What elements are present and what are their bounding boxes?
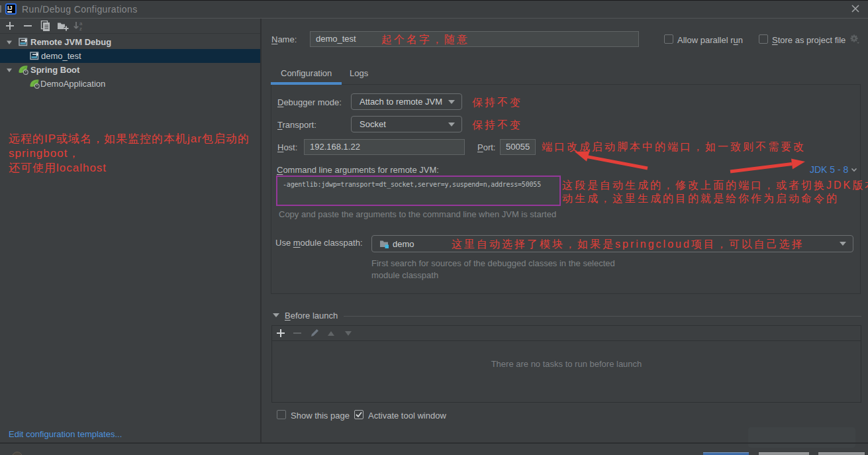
apply-button[interactable]	[818, 452, 865, 455]
jdk-annotation-arrow	[725, 156, 808, 176]
jdk-version-dropdown[interactable]: JDK 5 - 8	[810, 164, 857, 175]
tree-item-demo-application[interactable]: DemoApplication	[0, 77, 260, 91]
new-folder-icon[interactable]	[57, 21, 68, 31]
faded-tooltip-remnant	[748, 427, 855, 448]
transport-annotation-text: 保持不变	[472, 119, 522, 132]
screen-edge-fragment	[0, 5, 1, 13]
dropdown-arrow-icon	[840, 242, 846, 246]
dropdown-arrow-icon	[448, 123, 455, 126]
allow-parallel-run-checkbox[interactable]	[664, 34, 673, 44]
cmdline-annotation-text-line1: 这段是自动生成的，修改上面的端口，或者切换JDK版本这里都会自	[562, 179, 868, 193]
configurations-sidebar: a z Remote JVM Debug	[0, 19, 260, 444]
module-annotation-text: 这里自动选择了模块，如果是springcloud项目，可以自己选择	[452, 238, 804, 252]
dropdown-arrow-icon	[448, 100, 455, 104]
move-down-icon	[344, 330, 352, 336]
tree-item-label: DemoApplication	[40, 77, 105, 91]
module-icon	[379, 239, 390, 250]
sidebar-toolbar: a z	[0, 19, 260, 33]
tree-item-demo-test[interactable]: demo_test	[0, 49, 260, 63]
tree-group-remote-jvm-debug[interactable]: Remote JVM Debug	[0, 35, 260, 49]
window-title: Run/Debug Configurations	[22, 4, 138, 15]
sidebar-toolbar-separator	[0, 33, 260, 34]
module-classpath-select[interactable]: demo 这里自动选择了模块，如果是springcloud项目，可以自己选择	[371, 235, 853, 252]
panel-divider[interactable]	[260, 19, 262, 444]
close-icon[interactable]	[849, 3, 861, 15]
spring-boot-icon	[18, 64, 29, 76]
host-annotation-text: 远程的IP或域名，如果监控的本机jar包启动的springboot， 还可使用l…	[9, 132, 277, 176]
debugger-mode-label: Debugger mode:	[277, 97, 342, 107]
show-this-page-label: Show this page	[291, 411, 350, 421]
show-this-page-checkbox[interactable]	[277, 410, 286, 419]
before-launch-toolbar-separator	[271, 340, 861, 341]
cmdline-annotation-text-line2: 动生成，这里生成的目的就是给你作为启动命令的	[562, 192, 839, 206]
add-task-icon[interactable]	[276, 329, 285, 338]
remote-jvm-debug-icon	[18, 36, 29, 48]
before-launch-collapse-icon[interactable]	[273, 313, 279, 317]
debugger-mode-select[interactable]: Attach to remote JVM	[351, 93, 462, 110]
cmdline-args-label: Command line arguments for remote JVM:	[277, 165, 439, 175]
name-annotation-text: 起个名字，随意	[381, 32, 469, 46]
run-debug-configurations-dialog: IJ Run/Debug Configurations	[0, 0, 868, 455]
cancel-button[interactable]	[759, 452, 809, 455]
transport-select[interactable]: Socket	[351, 116, 462, 132]
port-label: Port:	[477, 142, 495, 152]
cmdline-hint-text: Copy and paste the arguments to the comm…	[279, 209, 556, 219]
before-launch-empty-text: There are no tasks to run before launch	[271, 359, 861, 369]
transport-label: Transport:	[277, 120, 316, 130]
tree-group-label: Remote JVM Debug	[30, 35, 111, 49]
name-label: Name:	[271, 34, 297, 44]
name-input[interactable]: demo_test 起个名字，随意	[310, 31, 639, 47]
footer-separator	[0, 442, 868, 444]
module-classpath-label: Use module classpath:	[275, 238, 363, 248]
remove-configuration-icon[interactable]	[23, 21, 33, 31]
before-launch-separator	[344, 316, 861, 317]
edit-task-icon	[310, 328, 320, 338]
store-as-project-file-label: Store as project file	[772, 35, 845, 45]
activate-tool-window-checkbox[interactable]	[354, 410, 363, 419]
chevron-expanded-icon[interactable]	[6, 68, 13, 73]
allow-parallel-run-label: Allow parallel run	[677, 35, 743, 45]
edit-configuration-templates-link[interactable]: Edit configuration templates...	[9, 429, 122, 439]
before-launch-title: Before launch	[285, 311, 338, 321]
store-settings-gear-icon[interactable]	[849, 33, 861, 45]
debugger-mode-annotation-text: 保持不变	[472, 96, 522, 110]
activate-tool-window-label: Activate tool window	[368, 411, 446, 421]
port-input[interactable]: 50055	[500, 139, 536, 155]
add-configuration-icon[interactable]	[5, 21, 15, 31]
host-input[interactable]: 192.168.1.22	[304, 139, 465, 155]
chevron-expanded-icon[interactable]	[6, 40, 13, 45]
tree-item-label: demo_test	[41, 49, 81, 63]
cmdline-args-field[interactable]: -agentlib:jdwp=transport=dt_socket,serve…	[277, 177, 559, 205]
port-annotation-arrow	[569, 148, 652, 171]
tree-group-spring-boot[interactable]: Spring Boot	[0, 63, 260, 77]
copy-configuration-icon[interactable]	[40, 21, 50, 31]
tree-group-label: Spring Boot	[30, 63, 79, 77]
help-button[interactable]	[12, 452, 23, 455]
tab-configuration[interactable]: Configuration	[281, 68, 332, 78]
tab-logs[interactable]: Logs	[350, 68, 368, 78]
spring-boot-icon	[29, 78, 40, 89]
ok-button[interactable]	[703, 452, 749, 455]
remove-task-icon	[293, 329, 302, 338]
move-up-icon	[327, 330, 335, 336]
module-hint-line2: module classpath	[371, 270, 438, 280]
host-label: Host:	[277, 142, 297, 152]
remote-jvm-debug-icon	[29, 50, 40, 62]
store-as-project-file-checkbox[interactable]	[759, 34, 768, 44]
chevron-down-icon	[851, 168, 857, 172]
intellij-logo-icon: IJ	[5, 3, 17, 15]
svg-text:z: z	[79, 26, 82, 31]
sort-alphabetically-icon: a z	[73, 21, 83, 31]
module-hint-line1: First search for sources of the debugged…	[371, 258, 615, 268]
